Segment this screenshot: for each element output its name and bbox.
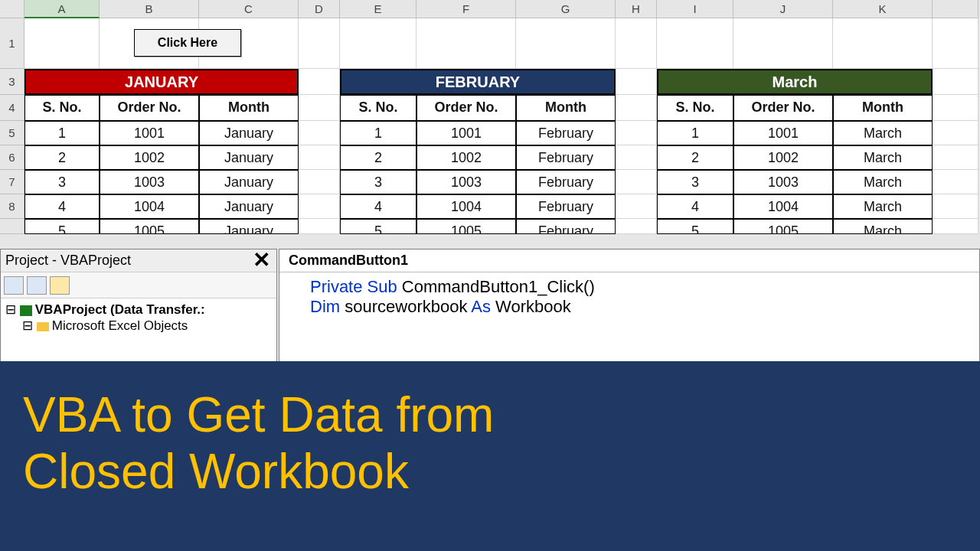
- cell-extra5[interactable]: [933, 121, 978, 145]
- col-header-A[interactable]: A: [24, 0, 100, 18]
- col-header-C[interactable]: C: [199, 0, 299, 18]
- row-header-5[interactable]: 5: [0, 121, 24, 145]
- jan-hdr-month[interactable]: Month: [199, 95, 299, 121]
- jan-r4-order[interactable]: 1004: [100, 194, 199, 219]
- cell-extra8[interactable]: [933, 194, 978, 219]
- cell-A1[interactable]: [24, 18, 100, 69]
- code-object-dropdown[interactable]: CommandButton1: [279, 249, 979, 272]
- jan-r3-order[interactable]: 1003: [100, 170, 199, 194]
- feb-hdr-order[interactable]: Order No.: [416, 95, 516, 121]
- cell-H8[interactable]: [616, 194, 657, 219]
- col-header-D[interactable]: D: [299, 0, 340, 18]
- mar-r5-month[interactable]: March: [833, 219, 933, 234]
- mar-r5-order[interactable]: 1005: [733, 219, 833, 234]
- cell-D1[interactable]: [299, 18, 340, 69]
- mar-r2-order[interactable]: 1002: [733, 145, 833, 170]
- mar-r4-order[interactable]: 1004: [733, 194, 833, 219]
- mar-r4-sno[interactable]: 4: [657, 194, 733, 219]
- cell-H5[interactable]: [616, 121, 657, 145]
- feb-r3-sno[interactable]: 3: [340, 170, 416, 194]
- cell-G1[interactable]: [516, 18, 616, 69]
- feb-r4-sno[interactable]: 4: [340, 194, 416, 219]
- cell-extra4[interactable]: [933, 95, 978, 121]
- col-header-F[interactable]: F: [416, 0, 516, 18]
- cell-F1[interactable]: [416, 18, 516, 69]
- jan-r5-month[interactable]: January: [199, 219, 299, 234]
- feb-r1-order[interactable]: 1001: [416, 121, 516, 145]
- feb-r1-sno[interactable]: 1: [340, 121, 416, 145]
- mar-r3-month[interactable]: March: [833, 170, 933, 194]
- cell-H3[interactable]: [616, 69, 657, 95]
- cell-extra9[interactable]: [933, 219, 978, 234]
- mar-r2-month[interactable]: March: [833, 145, 933, 170]
- mar-r4-month[interactable]: March: [833, 194, 933, 219]
- cell-H1[interactable]: [616, 18, 657, 69]
- title-january[interactable]: JANUARY: [24, 69, 299, 95]
- feb-r2-sno[interactable]: 2: [340, 145, 416, 170]
- jan-r2-order[interactable]: 1002: [100, 145, 199, 170]
- col-header-I[interactable]: I: [657, 0, 733, 18]
- row-header-4[interactable]: 4: [0, 95, 24, 121]
- row-header-9[interactable]: [0, 219, 24, 234]
- cell-D5[interactable]: [299, 121, 340, 145]
- click-here-button[interactable]: Click Here: [134, 29, 241, 57]
- title-february[interactable]: FEBRUARY: [340, 69, 616, 95]
- mar-r3-sno[interactable]: 3: [657, 170, 733, 194]
- row-header-3[interactable]: 3: [0, 69, 24, 95]
- jan-r1-month[interactable]: January: [199, 121, 299, 145]
- mar-r1-sno[interactable]: 1: [657, 121, 733, 145]
- mar-r1-month[interactable]: March: [833, 121, 933, 145]
- mar-r2-sno[interactable]: 2: [657, 145, 733, 170]
- jan-r1-order[interactable]: 1001: [100, 121, 199, 145]
- cell-extra7[interactable]: [933, 170, 978, 194]
- jan-hdr-order[interactable]: Order No.: [100, 95, 199, 121]
- col-header-J[interactable]: J: [733, 0, 833, 18]
- cell-H7[interactable]: [616, 170, 657, 194]
- close-icon[interactable]: ✕: [250, 251, 272, 272]
- tree-subfolder[interactable]: ⊟ Microsoft Excel Objects: [5, 318, 272, 334]
- title-march[interactable]: March: [657, 69, 933, 95]
- view-object-icon[interactable]: [27, 276, 47, 295]
- feb-r4-month[interactable]: February: [516, 194, 616, 219]
- feb-hdr-month[interactable]: Month: [516, 95, 616, 121]
- cell-H9[interactable]: [616, 219, 657, 234]
- toggle-folders-icon[interactable]: [50, 276, 70, 295]
- mar-hdr-order[interactable]: Order No.: [733, 95, 833, 121]
- cell-J1[interactable]: [733, 18, 833, 69]
- select-all-corner[interactable]: [0, 0, 24, 18]
- jan-hdr-sno[interactable]: S. No.: [24, 95, 100, 121]
- row-header-1[interactable]: 1: [0, 18, 24, 69]
- feb-hdr-sno[interactable]: S. No.: [340, 95, 416, 121]
- feb-r2-order[interactable]: 1002: [416, 145, 516, 170]
- jan-r5-sno[interactable]: 5: [24, 219, 100, 234]
- cell-E1[interactable]: [340, 18, 416, 69]
- jan-r2-month[interactable]: January: [199, 145, 299, 170]
- jan-r1-sno[interactable]: 1: [24, 121, 100, 145]
- feb-r1-month[interactable]: February: [516, 121, 616, 145]
- jan-r5-order[interactable]: 1005: [100, 219, 199, 234]
- mar-r1-order[interactable]: 1001: [733, 121, 833, 145]
- mar-hdr-sno[interactable]: S. No.: [657, 95, 733, 121]
- vba-project-tree[interactable]: ⊟ VBAProject (Data Transfer.: ⊟ Microsof…: [1, 298, 276, 337]
- feb-r4-order[interactable]: 1004: [416, 194, 516, 219]
- jan-r4-month[interactable]: January: [199, 194, 299, 219]
- mar-hdr-month[interactable]: Month: [833, 95, 933, 121]
- jan-r2-sno[interactable]: 2: [24, 145, 100, 170]
- row-header-7[interactable]: 7: [0, 170, 24, 194]
- cell-D4[interactable]: [299, 95, 340, 121]
- feb-r3-order[interactable]: 1003: [416, 170, 516, 194]
- code-body[interactable]: Private Sub CommandButton1_Click() Dim s…: [279, 272, 979, 321]
- feb-r5-sno[interactable]: 5: [340, 219, 416, 234]
- mar-r5-sno[interactable]: 5: [657, 219, 733, 234]
- col-header-H[interactable]: H: [616, 0, 657, 18]
- feb-r5-order[interactable]: 1005: [416, 219, 516, 234]
- col-header-B[interactable]: B: [100, 0, 199, 18]
- cell-K1[interactable]: [833, 18, 933, 69]
- cell-H6[interactable]: [616, 145, 657, 170]
- cell-D3[interactable]: [299, 69, 340, 95]
- cell-I1[interactable]: [657, 18, 733, 69]
- col-header-extra[interactable]: [933, 0, 978, 18]
- cell-D9[interactable]: [299, 219, 340, 234]
- jan-r3-month[interactable]: January: [199, 170, 299, 194]
- cell-D7[interactable]: [299, 170, 340, 194]
